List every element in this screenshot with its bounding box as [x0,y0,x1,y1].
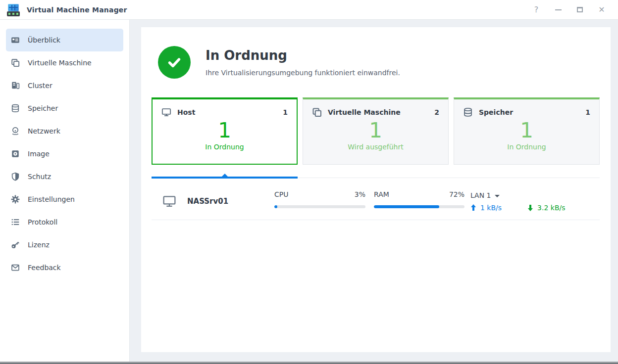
card-count: 2 [434,108,439,116]
card-status: Wird ausgeführt [312,143,439,151]
sidebar-item-virtual-machine[interactable]: Virtuelle Maschine [6,51,123,74]
sidebar-item-settings[interactable]: Einstellungen [6,188,123,211]
ram-progress-fill [374,205,439,208]
sidebar-item-protection[interactable]: Schutz [6,165,123,188]
card-title: Virtuelle Maschine [328,108,401,116]
sidebar-item-license[interactable]: Lizenz [6,233,123,256]
card-title: Host [177,108,195,116]
maximize-button[interactable] [575,5,584,14]
overview-icon [11,36,20,45]
card-status: In Ordnung [463,143,590,151]
license-key-icon [11,240,20,249]
upload-traffic: 1 kB/s [470,204,502,212]
storage-icon [463,107,473,117]
overview-panel: In Ordnung Ihre Virtualisierungsumgebung… [141,27,611,352]
card-value: 1 [161,119,288,142]
sidebar-item-cluster[interactable]: Cluster [6,74,123,97]
row-divider [152,220,600,220]
app-title: Virtual Machine Manager [27,6,127,14]
sidebar-item-label: Protokoll [28,218,57,226]
lan-dropdown[interactable]: LAN 1 [470,191,500,199]
card-title: Speicher [479,108,513,116]
cpu-meter: CPU 3% [274,190,365,208]
minimize-button[interactable] [554,5,563,14]
cpu-progress-track [274,205,365,208]
help-button[interactable]: ? [532,5,541,14]
app-logo-icon [7,3,20,16]
card-count: 1 [585,108,590,116]
titlebar: Virtual Machine Manager ? ✕ [0,0,618,20]
window-bottom-edge [0,362,618,364]
host-name: NASSrv01 [187,197,228,206]
help-icon: ? [534,6,539,14]
chevron-down-icon [495,195,500,197]
log-list-icon [11,218,20,227]
status-ok-icon [158,46,191,79]
card-virtual-machine[interactable]: Virtuelle Maschine 2 1 Wird ausgeführt [303,97,449,165]
sidebar-item-log[interactable]: Protokoll [6,211,123,233]
protection-shield-icon [11,172,20,181]
lan-section: LAN 1 1 kB/s 3.2 kB/s [470,190,600,200]
sidebar-item-label: Cluster [28,82,52,90]
upload-arrow-icon [470,204,476,211]
settings-gear-icon [11,195,20,204]
host-row: NASSrv01 CPU 3% RAM 72% LAN 1 [152,188,600,220]
maximize-icon [577,7,583,12]
ram-meter: RAM 72% [374,190,464,208]
card-count: 1 [283,108,288,116]
sidebar-item-label: Feedback [28,264,61,272]
close-button[interactable]: ✕ [597,5,606,14]
card-host[interactable]: Host 1 1 In Ordnung [152,97,298,165]
download-traffic: 3.2 kB/s [527,204,565,212]
storage-icon [11,104,20,113]
lan-label: LAN 1 [470,191,491,199]
image-icon [11,149,20,158]
download-value: 3.2 kB/s [537,204,565,212]
sidebar-item-feedback[interactable]: Feedback [6,256,123,279]
cpu-label: CPU [274,190,288,198]
selected-tab-caret-icon [221,174,228,177]
cpu-progress-fill [274,205,277,208]
sidebar-item-label: Virtuelle Maschine [28,59,92,67]
minimize-icon [555,9,562,10]
sidebar-item-label: Speicher [28,104,58,112]
sidebar-item-storage[interactable]: Speicher [6,97,123,120]
status-title: In Ordnung [206,48,287,63]
virtual-machine-icon [11,58,20,67]
sidebar-item-label: Image [28,150,50,158]
network-icon [11,127,20,136]
host-monitor-icon [162,194,176,208]
ram-label: RAM [374,190,389,198]
card-value: 1 [312,119,439,142]
card-storage[interactable]: Speicher 1 1 In Ordnung [454,97,600,165]
sidebar-item-label: Schutz [28,173,51,181]
summary-cards: Host 1 1 In Ordnung Virtuelle Maschine 2… [152,97,600,165]
sidebar-item-label: Netzwerk [28,127,60,135]
sidebar-item-label: Überblick [28,36,60,44]
status-subtitle: Ihre Virtualisierungsumgebung funktionie… [206,69,400,77]
close-icon: ✕ [598,6,605,14]
cpu-value: 3% [355,190,365,198]
virtual-machine-icon [312,107,322,117]
download-arrow-icon [527,204,533,211]
card-value: 1 [463,119,590,142]
sidebar-item-image[interactable]: Image [6,142,123,165]
sidebar-item-overview[interactable]: Überblick [6,29,123,51]
sidebar: Überblick Virtuelle Maschine Cluster Spe… [0,20,130,362]
feedback-mail-icon [11,263,20,272]
ram-value: 72% [449,190,464,198]
sidebar-item-label: Einstellungen [28,195,75,203]
sidebar-item-network[interactable]: Netzwerk [6,120,123,142]
ram-progress-track [374,205,464,208]
cluster-icon [11,81,20,90]
card-status: In Ordnung [161,143,288,151]
host-monitor-icon [161,107,171,117]
upload-value: 1 kB/s [480,204,502,212]
sidebar-item-label: Lizenz [28,241,50,249]
